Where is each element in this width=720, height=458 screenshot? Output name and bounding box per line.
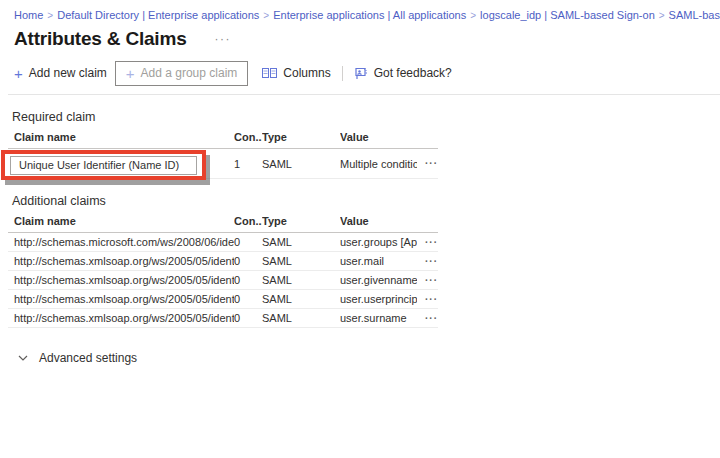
- breadcrumb-all-applications[interactable]: Enterprise applications | All applicatio…: [273, 9, 466, 21]
- toolbar-underline: [8, 94, 720, 95]
- required-claim-table: Claim name Con... Type Value 1 SAML Mult…: [8, 124, 438, 179]
- columns-button[interactable]: Columns: [262, 66, 330, 80]
- required-claim-section-title: Required claim: [12, 110, 720, 124]
- page-title: Attributes & Claims: [14, 28, 187, 50]
- table-row: http://schemas.xmlsoap.org/ws/2005/05/id…: [8, 271, 438, 290]
- claim-value: user.surname: [340, 312, 417, 324]
- additional-claims-section-title: Additional claims: [12, 194, 720, 208]
- breadcrumb: Home>Default Directory | Enterprise appl…: [0, 0, 720, 21]
- add-group-claim-label: Add a group claim: [141, 66, 238, 80]
- claim-type-value: SAML: [262, 255, 340, 267]
- column-value: Value: [340, 131, 417, 143]
- breadcrumb-saml-sign-on[interactable]: SAML-based Sign-on: [669, 9, 720, 21]
- table-row: http://schemas.xmlsoap.org/ws/2005/05/id…: [8, 309, 438, 328]
- claim-name-link[interactable]: Unique User Identifier (Name ID): [10, 156, 197, 175]
- columns-label: Columns: [283, 66, 330, 80]
- breadcrumb-separator: >: [655, 10, 669, 21]
- claim-name-link[interactable]: http://schemas.xmlsoap.org/ws/2005/05/id…: [8, 255, 234, 267]
- more-options-icon[interactable]: ···: [417, 294, 438, 305]
- column-type: Type: [262, 131, 340, 143]
- advanced-settings-toggle[interactable]: Advanced settings: [18, 351, 720, 365]
- claim-value: user.userprincipalna...: [340, 293, 417, 305]
- table-header: Claim name Con... Type Value: [8, 208, 438, 233]
- page-more-menu-icon[interactable]: ···: [215, 32, 232, 46]
- plus-icon: +: [126, 66, 135, 81]
- advanced-settings-label: Advanced settings: [39, 351, 137, 365]
- claim-value: user.mail: [340, 255, 417, 267]
- claim-con-value: 0: [234, 236, 262, 248]
- page-header: Attributes & Claims ···: [14, 28, 720, 50]
- table-row: http://schemas.microsoft.com/ws/2008/06/…: [8, 233, 438, 252]
- add-group-claim-button[interactable]: + Add a group claim: [115, 61, 249, 86]
- additional-claims-table: Claim name Con... Type Value http://sche…: [8, 208, 438, 328]
- more-options-icon[interactable]: ···: [417, 275, 438, 286]
- columns-icon: [262, 67, 277, 79]
- claim-name-link[interactable]: http://schemas.xmlsoap.org/ws/2005/05/id…: [8, 312, 234, 324]
- column-claim-name: Claim name: [8, 131, 234, 143]
- breadcrumb-default-directory[interactable]: Default Directory | Enterprise applicati…: [57, 9, 259, 21]
- claim-con-value: 0: [234, 255, 262, 267]
- breadcrumb-logscale-idp[interactable]: logscale_idp | SAML-based Sign-on: [480, 9, 655, 21]
- claim-type-value: SAML: [262, 274, 340, 286]
- claim-name-link[interactable]: http://schemas.xmlsoap.org/ws/2005/05/id…: [8, 274, 234, 286]
- command-bar: + Add new claim + Add a group claim Colu…: [14, 61, 720, 85]
- claim-con-value: 1: [234, 158, 262, 170]
- claim-type-value: SAML: [262, 158, 340, 170]
- claim-name-link[interactable]: http://schemas.xmlsoap.org/ws/2005/05/id…: [8, 293, 234, 305]
- table-row: http://schemas.xmlsoap.org/ws/2005/05/id…: [8, 252, 438, 271]
- table-row: http://schemas.xmlsoap.org/ws/2005/05/id…: [8, 290, 438, 309]
- toolbar-divider: [342, 66, 343, 81]
- add-new-claim-label: Add new claim: [29, 66, 107, 80]
- claim-value: user.givenname: [340, 274, 417, 286]
- claim-type-value: SAML: [262, 236, 340, 248]
- got-feedback-label: Got feedback?: [374, 66, 452, 80]
- claim-con-value: 0: [234, 312, 262, 324]
- chevron-down-icon: [18, 355, 28, 361]
- claim-type-value: SAML: [262, 293, 340, 305]
- column-type: Type: [262, 215, 340, 227]
- claim-value: Multiple conditions [...: [340, 158, 417, 170]
- plus-icon: +: [14, 66, 23, 81]
- claim-con-value: 0: [234, 293, 262, 305]
- claim-type-value: SAML: [262, 312, 340, 324]
- more-options-icon[interactable]: ···: [417, 256, 438, 267]
- more-options-icon[interactable]: ···: [417, 237, 438, 248]
- more-options-icon[interactable]: ···: [417, 158, 438, 169]
- feedback-icon: [354, 67, 368, 80]
- breadcrumb-home[interactable]: Home: [14, 9, 43, 21]
- breadcrumb-separator: >: [466, 10, 480, 21]
- column-con: Con...: [234, 215, 262, 227]
- highlight-annotation: Unique User Identifier (Name ID): [1, 150, 206, 180]
- more-options-icon[interactable]: ···: [417, 313, 438, 324]
- column-con: Con...: [234, 131, 262, 143]
- claim-name-link[interactable]: http://schemas.microsoft.com/ws/2008/06/…: [8, 236, 234, 248]
- column-value: Value: [340, 215, 417, 227]
- claim-con-value: 0: [234, 274, 262, 286]
- table-row: 1 SAML Multiple conditions [... ··· Uniq…: [8, 149, 438, 179]
- add-new-claim-button[interactable]: + Add new claim: [14, 66, 107, 81]
- breadcrumb-separator: >: [259, 10, 273, 21]
- table-header: Claim name Con... Type Value: [8, 124, 438, 149]
- claim-value: user.groups [Applica...: [340, 236, 417, 248]
- breadcrumb-separator: >: [43, 10, 57, 21]
- column-claim-name: Claim name: [8, 215, 234, 227]
- got-feedback-button[interactable]: Got feedback?: [354, 66, 452, 80]
